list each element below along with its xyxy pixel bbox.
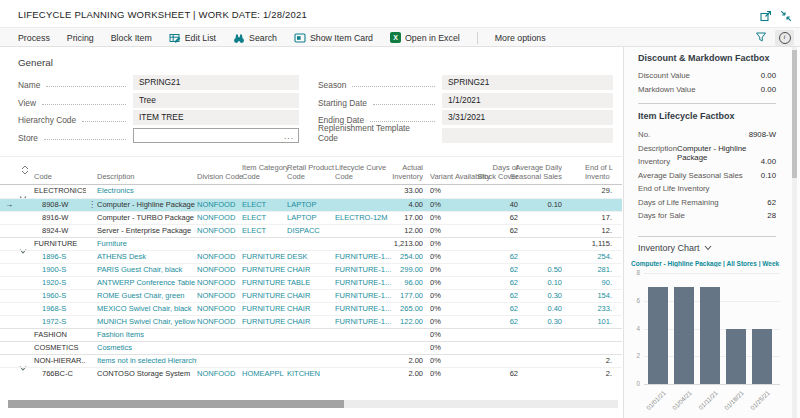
field-label: View (18, 98, 36, 108)
item-row-no-: No.8908-W (638, 130, 776, 142)
row-options-icon[interactable]: ⋮ (88, 199, 96, 211)
starting-date-input[interactable]: 1/1/2021 (442, 93, 613, 108)
column-header-eol[interactable]: End of LInvento (585, 163, 622, 181)
search-icon (233, 32, 245, 44)
chart-bar (726, 329, 746, 385)
factbox-label: Discount Value (638, 71, 690, 83)
table-row[interactable]: ELECTRONICSElectronics33.000%29. (0, 185, 622, 198)
table-header-row: CodeDescriptionDivision CodeItem Categor… (0, 156, 622, 185)
collapse-window-icon[interactable] (780, 8, 792, 20)
inventory-chart-label: Inventory Chart (638, 243, 700, 253)
filter-icon[interactable] (755, 29, 767, 47)
worksheet-table: CodeDescriptionDivision CodeItem Categor… (0, 155, 622, 400)
pricing-button[interactable]: Pricing (67, 33, 94, 43)
discount-factbox-title: Discount & Markdown Factbox (638, 53, 770, 63)
view-field-label: View (18, 93, 130, 108)
table-row[interactable]: 1920-SANTWERP Conference TableNONFOODFUR… (0, 276, 622, 289)
replenishment-template-code-input[interactable] (442, 128, 613, 143)
column-header-line: Seasonal Sales (505, 172, 562, 181)
cell-retail[interactable]: KITCHEN (287, 368, 333, 381)
open-in-new-window-icon[interactable] (760, 8, 772, 20)
factbox-info-toggle[interactable]: i (775, 30, 794, 46)
search-button[interactable]: Search (233, 32, 277, 44)
more-options-button[interactable]: More options (495, 33, 546, 43)
cell-days[interactable]: 62 (474, 368, 518, 381)
factbox-value: 62 (767, 198, 776, 210)
cell-eol[interactable]: 2. (566, 368, 612, 381)
column-header-code[interactable]: Code (34, 172, 92, 181)
field-label: Season (318, 80, 346, 90)
table-row[interactable]: 1972-SMUNICH Swivel Chair, yellowNONFOOD… (0, 315, 622, 328)
cell-division[interactable]: NONFOOD (197, 368, 241, 381)
show-item-card-button[interactable]: Show Item Card (294, 32, 373, 44)
table-row[interactable]: FASHIONFashion Items0% (0, 328, 622, 341)
cell-variant[interactable]: 0% (430, 368, 472, 381)
expand-collapse-all-icon[interactable] (21, 161, 29, 179)
field-label: Replenishment Template Code (318, 123, 429, 143)
name-input[interactable]: SPRING21 (133, 75, 299, 90)
inventory-chart-section[interactable]: Inventory Chart (638, 243, 712, 253)
season-input[interactable]: SPRING21 (442, 75, 613, 90)
cell-code[interactable]: ELECTRONICS (34, 185, 86, 198)
cell-desc[interactable]: CONTOSO Storage System (97, 368, 197, 381)
table-row[interactable]: FURNITUREFurniture1,213.000%1,115. (0, 237, 622, 250)
discount-row-discount-value: Discount Value0.00 (638, 71, 776, 83)
table-row[interactable]: COSMETICSCosmetics0% (0, 341, 622, 354)
cell-category[interactable]: HOMEAPPL (242, 368, 286, 381)
cell-code[interactable]: 766BC-C (42, 368, 94, 381)
hierarchy-code-input[interactable]: ITEM TREE (133, 110, 299, 125)
horizontal-scrollbar[interactable] (8, 400, 618, 408)
panel-scrollbar-thumb[interactable] (792, 50, 797, 178)
excel-icon: X (390, 32, 401, 43)
table-row[interactable]: 766BC-CCONTOSO Storage SystemNONFOODHOME… (0, 367, 622, 380)
ending-date-value: 3/31/2021 (448, 112, 485, 122)
chart-bar (700, 287, 720, 384)
column-header-actual[interactable]: ActualInventory (378, 163, 423, 181)
column-header-category[interactable]: Item CategoryCode (242, 163, 288, 181)
cell-eol[interactable]: 29. (566, 185, 612, 198)
dotted-leader (42, 104, 126, 105)
table-row[interactable]: →8908-WComputer - Highline PackageNONFOO… (0, 198, 622, 211)
cell-desc[interactable]: Electronics (97, 185, 197, 198)
cell-variant[interactable]: 0% (430, 185, 472, 198)
cell-actual[interactable]: 2.00 (378, 368, 423, 381)
factbox-value: 0.10 (761, 171, 776, 183)
horizontal-scrollbar-thumb[interactable] (8, 400, 344, 408)
starting-date-value: 1/1/2021 (448, 95, 481, 105)
store-input[interactable]: ... (133, 128, 299, 143)
table-row[interactable]: NON-HIERAR...Items not in selected Hiera… (0, 354, 622, 367)
table-row[interactable]: 8924-WServer - Enterprise PackageNONFOOD… (0, 224, 622, 237)
column-header-avg[interactable]: Average DailySeasonal Sales (505, 163, 562, 181)
chart-y-tick: 8 (626, 269, 640, 277)
info-icon: i (779, 32, 791, 44)
toolbar-buttons: ProcessPricingBlock ItemEdit ListSearchS… (18, 28, 546, 47)
open-in-excel-button[interactable]: XOpen in Excel (390, 32, 460, 43)
panel-scrollbar[interactable] (792, 47, 797, 418)
block-item-button[interactable]: Block Item (111, 33, 152, 43)
season-field-label: Season (318, 75, 439, 90)
factbox-value: 0.00 (761, 85, 776, 97)
table-row[interactable]: 8916-WComputer - TURBO PackageNONFOODELE… (0, 211, 622, 224)
process-button[interactable]: Process (18, 33, 50, 43)
column-header-line: Description (97, 172, 182, 181)
column-header-desc[interactable]: Description (97, 172, 182, 181)
assist-edit-button[interactable]: ... (284, 129, 294, 144)
view-input[interactable]: Tree (133, 93, 299, 108)
factbox-label: Description (638, 144, 677, 156)
column-header-retail[interactable]: Retail ProductCode (287, 163, 337, 181)
table-row[interactable]: 1896-SATHENS DeskNONFOODFURNITUREDESKFUR… (0, 250, 622, 263)
ending-date-input[interactable]: 3/31/2021 (442, 110, 613, 125)
factbox-label: Days for Sale (638, 211, 685, 223)
starting-date-field-label: Starting Date (318, 93, 439, 108)
cell-actual[interactable]: 33.00 (378, 185, 423, 198)
dotted-leader (352, 86, 435, 87)
item-factbox-title: Item Lifecycle Factbox (638, 111, 735, 121)
table-row[interactable]: 1900-SPARIS Guest Chair, blackNONFOODFUR… (0, 263, 622, 276)
selected-row-arrow: → (5, 199, 13, 211)
show-item-card-label: Show Item Card (310, 33, 373, 43)
factbox-label: Inventory (638, 157, 670, 169)
edit-list-button[interactable]: Edit List (169, 32, 216, 44)
table-row[interactable]: 1960-SROME Guest Chair, greenNONFOODFURN… (0, 289, 622, 302)
chart-title: Computer - Highline Package | All Stores… (631, 260, 791, 267)
table-row[interactable]: 1968-SMEXICO Swivel Chair, blackNONFOODF… (0, 302, 622, 315)
